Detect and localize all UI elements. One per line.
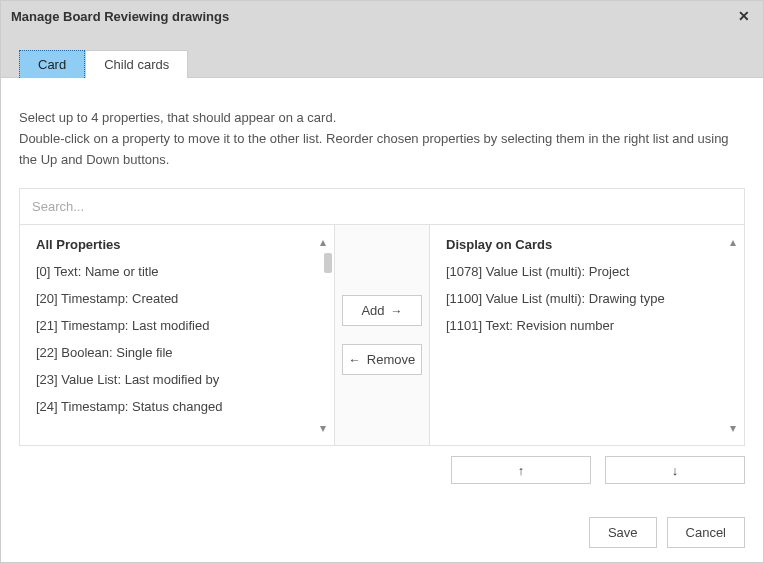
list-item[interactable]: [1078] Value List (multi): Project [446, 264, 728, 279]
instructions: Select up to 4 properties, that should a… [19, 108, 745, 170]
reorder-row: ↑ ↓ [19, 456, 745, 484]
add-button[interactable]: Add → [342, 295, 422, 326]
arrow-left-icon: ← [349, 353, 361, 367]
list-item[interactable]: [24] Timestamp: Status changed [36, 399, 318, 414]
property-picker-panel: All Properties [0] Text: Name or title [… [19, 188, 745, 484]
arrow-down-icon: ↓ [672, 463, 679, 478]
scroll-up-icon[interactable]: ▴ [726, 235, 740, 249]
tab-child-cards[interactable]: Child cards [85, 50, 188, 78]
display-on-cards-title: Display on Cards [446, 237, 728, 252]
all-properties-items: [0] Text: Name or title [20] Timestamp: … [36, 264, 318, 414]
instructions-line1: Select up to 4 properties, that should a… [19, 108, 745, 129]
list-item[interactable]: [23] Value List: Last modified by [36, 372, 318, 387]
list-item[interactable]: [21] Timestamp: Last modified [36, 318, 318, 333]
list-item[interactable]: [1100] Value List (multi): Drawing type [446, 291, 728, 306]
tab-card[interactable]: Card [19, 50, 85, 78]
list-item[interactable]: [1101] Text: Revision number [446, 318, 728, 333]
display-on-cards-list[interactable]: Display on Cards [1078] Value List (mult… [430, 225, 744, 445]
tabstrip: Card Child cards [1, 31, 763, 77]
move-down-button[interactable]: ↓ [605, 456, 745, 484]
all-properties-list[interactable]: All Properties [0] Text: Name or title [… [20, 225, 334, 445]
transfer-buttons: Add → ← Remove [334, 225, 430, 445]
scroll-thumb[interactable] [324, 253, 332, 273]
scroll-up-icon[interactable]: ▴ [316, 235, 330, 249]
add-label: Add [361, 303, 384, 318]
move-up-button[interactable]: ↑ [451, 456, 591, 484]
list-item[interactable]: [22] Boolean: Single file [36, 345, 318, 360]
instructions-line2: Double-click on a property to move it to… [19, 129, 745, 171]
display-on-cards-items: [1078] Value List (multi): Project [1100… [446, 264, 728, 333]
tab-content: Select up to 4 properties, that should a… [1, 77, 763, 503]
save-button[interactable]: Save [589, 517, 657, 548]
search-input[interactable] [20, 189, 744, 224]
arrow-right-icon: → [391, 304, 403, 318]
dialog-footer: Save Cancel [1, 503, 763, 562]
search-wrap [19, 188, 745, 224]
list-item[interactable]: [20] Timestamp: Created [36, 291, 318, 306]
remove-button[interactable]: ← Remove [342, 344, 422, 375]
titlebar: Manage Board Reviewing drawings ✕ [1, 1, 763, 31]
scroll-down-icon[interactable]: ▾ [316, 421, 330, 435]
window-title: Manage Board Reviewing drawings [11, 9, 735, 24]
dialog: Manage Board Reviewing drawings ✕ Card C… [0, 0, 764, 563]
all-properties-title: All Properties [36, 237, 318, 252]
close-icon[interactable]: ✕ [735, 7, 753, 25]
lists-row: All Properties [0] Text: Name or title [… [19, 224, 745, 446]
list-item[interactable]: [0] Text: Name or title [36, 264, 318, 279]
remove-label: Remove [367, 352, 415, 367]
arrow-up-icon: ↑ [518, 463, 525, 478]
scroll-down-icon[interactable]: ▾ [726, 421, 740, 435]
cancel-button[interactable]: Cancel [667, 517, 745, 548]
